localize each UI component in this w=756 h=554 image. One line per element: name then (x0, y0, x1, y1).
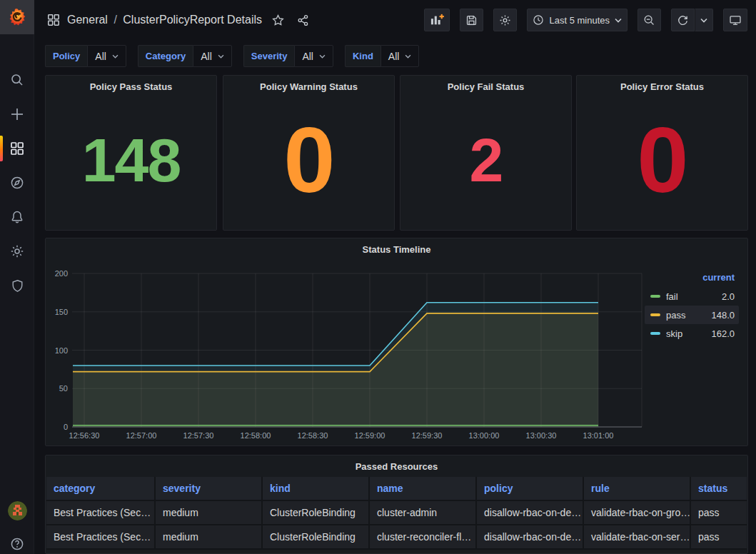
sidebar-item-create[interactable] (0, 100, 34, 129)
table-row[interactable]: Best Practices (Sec…mediumClusterRoleBin… (46, 501, 747, 525)
refresh-icon (677, 14, 689, 26)
panel-policy-error-status: Policy Error Status 0 (576, 75, 748, 231)
svg-text:13:01:00: 13:01:00 (583, 431, 614, 440)
svg-text:12:59:00: 12:59:00 (355, 431, 385, 440)
legend-swatch (650, 332, 660, 335)
time-range-picker[interactable]: Last 5 minutes (527, 9, 628, 31)
toolbar: Last 5 minutes (424, 9, 747, 31)
table-cell-rule: validate-rbac-on-ser… (584, 525, 691, 550)
chevron-down-icon (700, 18, 707, 23)
legend-current-value: 148.0 (711, 310, 735, 321)
breadcrumb-folder[interactable]: General (67, 14, 108, 26)
filter-kind-dropdown[interactable]: All (380, 45, 420, 67)
stat-value-fail: 2 (470, 129, 503, 191)
svg-text:12:56:30: 12:56:30 (69, 431, 100, 440)
filter-policy-dropdown[interactable]: All (87, 45, 126, 67)
column-header-status[interactable]: status (691, 477, 747, 501)
resources-table: categoryseveritykindnamepolicyrulestatus… (46, 477, 747, 550)
sidebar-item-search[interactable] (0, 66, 34, 94)
dashboard-settings-button[interactable] (493, 9, 517, 31)
filter-severity-label[interactable]: Severity (243, 45, 295, 67)
sidebar-item-profile[interactable] (0, 496, 34, 525)
chevron-down-icon (218, 54, 224, 59)
share-icon (297, 14, 309, 26)
legend-series-name: pass (666, 310, 711, 321)
template-variable-filters: Policy All Category All Severity All Kin… (45, 45, 419, 67)
filter-severity-dropdown[interactable]: All (294, 45, 333, 67)
sidebar-item-alerting[interactable] (0, 203, 34, 231)
legend-row-pass[interactable]: pass148.0 (645, 306, 739, 324)
column-header-category[interactable]: category (46, 477, 156, 501)
refresh-button[interactable] (671, 9, 695, 31)
legend-header[interactable]: current (645, 270, 739, 287)
zoom-out-icon (643, 14, 655, 26)
column-header-kind[interactable]: kind (263, 477, 370, 501)
svg-text:12:57:00: 12:57:00 (126, 431, 157, 440)
panel-title[interactable]: Status Timeline (46, 238, 747, 255)
sidebar-item-dashboards[interactable] (0, 134, 34, 163)
time-range-label: Last 5 minutes (549, 15, 610, 26)
share-dashboard-button[interactable] (294, 11, 312, 29)
star-icon (272, 14, 284, 26)
sidebar-item-help[interactable] (0, 530, 34, 554)
filter-kind: Kind All (345, 45, 419, 67)
table-cell-severity: medium (156, 501, 263, 525)
shield-icon (11, 279, 24, 293)
legend-row-skip[interactable]: skip162.0 (645, 324, 739, 343)
sidebar-item-server-admin[interactable] (0, 271, 34, 300)
table-header-row: categoryseveritykindnamepolicyrulestatus (46, 477, 747, 501)
save-dashboard-button[interactable] (460, 9, 483, 31)
timeline-chart[interactable]: 05010015020012:56:3012:57:0012:57:3012:5… (46, 257, 747, 445)
panel-title[interactable]: Policy Error Status (577, 76, 747, 92)
table-cell-kind: ClusterRoleBinding (263, 525, 370, 550)
table-cell-name: cluster-admin (370, 501, 477, 525)
stat-value-error: 0 (637, 114, 687, 206)
filter-kind-label[interactable]: Kind (345, 45, 380, 67)
panel-title[interactable]: Policy Pass Status (46, 76, 216, 92)
kiosk-mode-button[interactable] (723, 9, 747, 31)
panel-title[interactable]: Passed Resources (46, 455, 747, 472)
panel-title[interactable]: Policy Fail Status (400, 76, 571, 92)
svg-text:50: 50 (59, 384, 68, 393)
table-row[interactable]: Best Practices (Sec…mediumClusterRoleBin… (46, 525, 747, 550)
column-header-policy[interactable]: policy (477, 477, 584, 501)
sidebar-item-explore[interactable] (0, 168, 34, 197)
settings-gear-icon (499, 14, 511, 26)
svg-text:13:00:00: 13:00:00 (469, 431, 500, 440)
stat-value-warning: 0 (283, 114, 333, 206)
legend-series-name: fail (666, 291, 722, 302)
clock-icon (533, 14, 544, 26)
legend-row-fail[interactable]: fail2.0 (645, 287, 739, 306)
column-header-severity[interactable]: severity (156, 477, 263, 501)
column-header-rule[interactable]: rule (584, 477, 691, 501)
legend-current-value: 162.0 (711, 328, 735, 339)
filter-category-label[interactable]: Category (138, 45, 193, 67)
svg-text:200: 200 (55, 269, 68, 278)
legend-series-name: skip (666, 328, 711, 339)
panel-title[interactable]: Policy Warning Status (223, 76, 394, 92)
compass-icon (10, 176, 24, 190)
grafana-logo[interactable] (0, 0, 34, 34)
zoom-out-time-button[interactable] (637, 9, 661, 31)
grafana-dashboard: General / ClusterPolicyReport Details (0, 0, 756, 554)
filter-policy-label[interactable]: Policy (45, 45, 87, 67)
chevron-down-icon (112, 54, 119, 59)
panel-policy-fail-status: Policy Fail Status 2 (400, 75, 572, 231)
sidebar (0, 0, 34, 554)
refresh-interval-dropdown[interactable] (695, 9, 713, 31)
refresh-button-group (671, 9, 713, 31)
star-dashboard-button[interactable] (269, 11, 287, 29)
filter-category-dropdown[interactable]: All (193, 45, 232, 67)
table-cell-kind: ClusterRoleBinding (263, 501, 370, 525)
panel-policy-pass-status: Policy Pass Status 148 (45, 75, 217, 231)
svg-text:13:00:30: 13:00:30 (526, 431, 557, 440)
table-cell-severity: medium (156, 525, 263, 550)
help-question-icon (10, 537, 24, 551)
add-panel-icon (430, 14, 444, 26)
add-panel-button[interactable] (424, 9, 450, 31)
dashboards-grid-icon (10, 141, 24, 156)
column-header-name[interactable]: name (370, 477, 477, 501)
sidebar-item-configuration[interactable] (0, 237, 34, 266)
legend-swatch (650, 313, 660, 316)
search-icon (10, 73, 24, 87)
